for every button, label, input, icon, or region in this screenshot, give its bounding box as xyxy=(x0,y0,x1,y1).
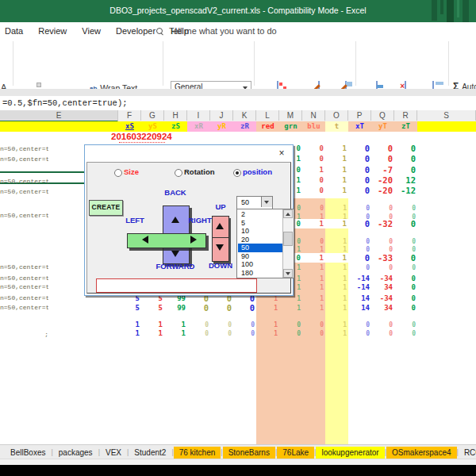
cell-J: 0 xyxy=(211,304,232,313)
sheet-tab-lookupgenerator[interactable]: lookupgenerator xyxy=(316,447,384,459)
column-header-R[interactable]: R xyxy=(394,110,417,121)
scroll-thumb[interactable] xyxy=(283,232,293,246)
list-option-100[interactable]: 100 xyxy=(238,260,285,269)
column-header-E[interactable]: E xyxy=(0,110,118,122)
list-option-20[interactable]: 20 xyxy=(238,236,285,244)
cell-K: 0 xyxy=(234,321,255,329)
radio-position[interactable] xyxy=(233,169,241,177)
cell-O: 1 xyxy=(326,245,347,254)
up-arrow-button[interactable] xyxy=(216,223,224,229)
sheet-tab-rcc2019[interactable]: RCC2019 xyxy=(459,447,476,459)
list-option-10[interactable]: 10 xyxy=(238,227,285,236)
cell-K: 0 xyxy=(234,329,255,338)
column-header-F[interactable]: F xyxy=(118,110,141,121)
cell-R: 0 xyxy=(395,263,416,272)
column-header-N[interactable]: N xyxy=(302,110,325,121)
down-arrow-button[interactable] xyxy=(216,244,224,251)
tell-me-search[interactable]: Tell me what you want to do xyxy=(156,25,277,37)
search-placeholder: Tell me what you want to do xyxy=(169,26,277,36)
cell-O: 1 xyxy=(326,254,347,263)
align-middle-button[interactable] xyxy=(27,83,32,87)
e-column-text: n=50,center=true); xyxy=(0,263,48,271)
decorative-stripe xyxy=(463,0,469,22)
sheet-tab-stonebarns[interactable]: StoneBarns xyxy=(223,447,275,459)
cell-P: 0 xyxy=(349,176,370,185)
align-top-button[interactable] xyxy=(17,83,22,87)
cell-P: 14 xyxy=(349,294,370,303)
radio-label-size: Size xyxy=(124,167,139,176)
cell-P: 14 xyxy=(349,304,370,313)
field-cell-s xyxy=(417,121,476,132)
scroll-down-button[interactable] xyxy=(283,269,293,278)
up-down-divider xyxy=(212,237,228,238)
field-cell-zR: zR xyxy=(233,121,256,132)
angle-combobox[interactable]: 50 xyxy=(236,196,273,209)
cell-Q: -20 xyxy=(372,186,393,195)
forward-arrow-button[interactable] xyxy=(171,251,179,257)
cell-G: 1 xyxy=(142,329,163,338)
column-header-G[interactable]: G xyxy=(141,110,164,121)
list-scrollbar[interactable] xyxy=(282,209,294,278)
column-header-K[interactable]: K xyxy=(233,110,256,121)
combo-dropdown-button[interactable] xyxy=(261,197,272,207)
ribbon-tab-review[interactable]: Review xyxy=(38,26,67,36)
list-option-90[interactable]: 90 xyxy=(238,252,285,261)
cell-N: 1 xyxy=(303,254,324,263)
list-option-180[interactable]: 180 xyxy=(238,269,285,278)
create-button[interactable]: CREATE xyxy=(89,200,123,216)
e-column-text: n=50,center=true); xyxy=(0,188,48,196)
list-option-2[interactable]: 2 xyxy=(238,210,285,219)
scroll-up-button[interactable] xyxy=(283,209,293,218)
column-headers: EFGHIJKLMNOPQRS xyxy=(0,110,476,122)
list-option-5[interactable]: 5 xyxy=(238,219,285,228)
sheet-tab-76lake[interactable]: 76Lake xyxy=(277,447,314,459)
sheet-tab-student2[interactable]: Student2 xyxy=(129,447,171,459)
sheet-tab-76-kitchen[interactable]: 76 kitchen xyxy=(174,447,221,459)
column-header-J[interactable]: J xyxy=(210,110,233,121)
cell-N: 0 xyxy=(303,155,324,163)
list-option-50[interactable]: 50 xyxy=(238,244,285,252)
back-arrow-button[interactable] xyxy=(171,217,179,223)
cell-N: 1 xyxy=(303,245,324,254)
dialog-text-field[interactable] xyxy=(96,278,257,293)
column-header-M[interactable]: M xyxy=(279,110,302,121)
close-button[interactable]: × xyxy=(275,147,288,159)
formula-bar[interactable]: =0.5,$fn=50,center=true); xyxy=(0,96,476,111)
column-header-H[interactable]: H xyxy=(164,110,187,121)
ribbon-tab-developer[interactable]: Developer xyxy=(116,26,155,36)
radio-label-position: position xyxy=(243,167,272,176)
cell-O: 1 xyxy=(326,304,347,313)
column-header-P[interactable]: P xyxy=(348,110,371,121)
sheet-tab-vex[interactable]: VEX xyxy=(100,447,127,459)
search-icon xyxy=(156,28,163,35)
cell-H: 1 xyxy=(165,321,186,329)
cell-R: -12 xyxy=(395,186,416,195)
right-arrow-button[interactable] xyxy=(190,236,197,244)
column-header-Q[interactable]: Q xyxy=(371,110,394,121)
cell-R: 0 xyxy=(395,166,416,175)
e-column-text: n=50,center=true); xyxy=(0,212,48,220)
forward-label: FORWARD xyxy=(148,262,203,271)
cell-N: 0 xyxy=(303,204,324,213)
orientation-button[interactable] xyxy=(46,83,51,87)
left-arrow-button[interactable] xyxy=(142,236,148,244)
column-header-S[interactable]: S xyxy=(417,110,476,121)
cell-O: 1 xyxy=(326,176,347,185)
cell-R: 12 xyxy=(395,176,416,185)
cell-O: 1 xyxy=(326,329,347,338)
ribbon-tab-view[interactable]: View xyxy=(82,26,101,36)
down-label: DOWN xyxy=(205,261,236,270)
column-header-L[interactable]: L xyxy=(256,110,279,121)
column-header-I[interactable]: I xyxy=(187,110,210,121)
column-header-O[interactable]: O xyxy=(325,110,348,121)
field-cell-grn: grn xyxy=(279,121,302,132)
sheet-tab-osmakerspace4[interactable]: OSmakerspace4 xyxy=(386,447,456,459)
sheet-tab-bellboxes[interactable]: BellBoxes xyxy=(5,447,51,459)
radio-size[interactable] xyxy=(114,169,122,177)
ribbon-tab-data[interactable]: Data xyxy=(5,26,23,36)
left-label: LEFT xyxy=(121,216,149,225)
cell-N: 1 xyxy=(303,263,324,272)
sheet-tab-packages[interactable]: packages xyxy=(53,447,98,459)
align-bottom-button[interactable] xyxy=(36,83,41,87)
radio-rotation[interactable] xyxy=(175,169,182,177)
